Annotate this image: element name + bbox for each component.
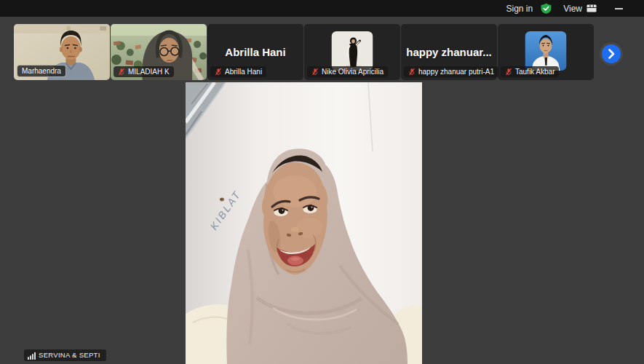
participant-tile-nike[interactable]: Nike Olivia Apricilia (304, 24, 400, 80)
view-label: View (563, 4, 582, 14)
microphone-muted-icon (215, 68, 222, 76)
security-shield-icon[interactable] (541, 3, 552, 14)
speaker-name: SERVINA & SEPTI (39, 351, 100, 360)
participant-name-label: Abrilla Hani (210, 66, 266, 77)
participant-tile-abrilla[interactable]: Abrilla Hani Abrilla Hani (207, 24, 303, 80)
participant-avatar-photo (332, 31, 373, 71)
video-call-window: Sign in View (0, 0, 644, 364)
main-speaker-video: KIBLAT (186, 82, 422, 364)
next-participants-button[interactable] (602, 44, 621, 63)
signal-strength-icon (28, 352, 36, 360)
view-button[interactable]: View (563, 4, 597, 14)
active-speaker-label: SERVINA & SEPTI (24, 349, 106, 361)
participant-name: happy zhanuar putri-A1 (418, 68, 494, 76)
minimize-button-icon[interactable] (615, 8, 623, 9)
microphone-muted-icon (118, 68, 125, 76)
participant-tile-happy[interactable]: happy zhanuar... happy zhanuar putri-A1 (401, 24, 497, 80)
participant-tile-miladiah[interactable]: MILADIAH K (111, 24, 207, 80)
participant-name: Nike Olivia Apricilia (322, 68, 383, 76)
participant-filmstrip: Marhaendra (14, 24, 594, 80)
participant-name: Taufik Akbar (515, 68, 554, 76)
participant-name-label: Marhaendra (17, 65, 66, 77)
participant-name-label: Nike Olivia Apricilia (307, 66, 388, 77)
participant-tile-taufik[interactable]: Taufik Akbar (498, 24, 594, 80)
microphone-muted-icon (505, 68, 512, 76)
titlebar: Sign in View (0, 0, 644, 17)
participant-name-label: happy zhanuar putri-A1 (404, 66, 498, 77)
participant-name-label: Taufik Akbar (501, 66, 559, 77)
microphone-muted-icon (311, 68, 319, 76)
participant-name: Abrilla Hani (225, 68, 262, 76)
participant-tile-marhaendra[interactable]: Marhaendra (14, 24, 110, 80)
participant-avatar-photo (525, 31, 567, 71)
view-grid-icon (587, 4, 597, 12)
participant-name-label: MILADIAH K (114, 66, 174, 77)
participant-name: Marhaendra (22, 67, 61, 75)
microphone-muted-icon (408, 68, 416, 76)
sign-in-button[interactable]: Sign in (506, 4, 533, 14)
participant-name: MILADIAH K (128, 68, 170, 76)
chevron-right-icon (602, 44, 621, 63)
